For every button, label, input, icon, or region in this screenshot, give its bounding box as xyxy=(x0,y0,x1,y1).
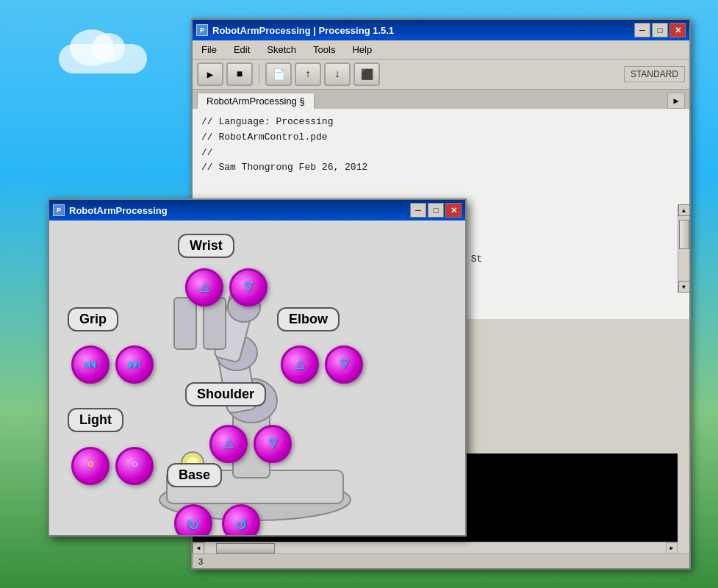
robot-close-button[interactable]: ✕ xyxy=(445,203,462,218)
menu-file[interactable]: File xyxy=(198,43,220,57)
menu-help[interactable]: Help xyxy=(349,43,375,57)
shoulder-up-button[interactable]: △ xyxy=(209,425,248,463)
svg-rect-8 xyxy=(174,298,196,349)
light-off-button[interactable]: ⚬ xyxy=(115,447,154,485)
wrist-up-icon: △ xyxy=(199,279,209,295)
menubar: File Edit Sketch Tools Help xyxy=(193,40,689,60)
grip-left-button[interactable]: ⏮ xyxy=(71,345,110,384)
robot-titlebar-buttons: ─ □ ✕ xyxy=(410,203,462,218)
open-button[interactable]: ↑ xyxy=(295,62,321,86)
status-bar: 3 xyxy=(193,553,689,568)
wrist-label: Wrist xyxy=(178,234,234,258)
robot-titlebar: P RobotArmProcessing ─ □ ✕ xyxy=(49,200,465,220)
base-label: Base xyxy=(167,463,222,487)
light-on-icon: ⚬ xyxy=(85,459,97,473)
toolbar-separator-1 xyxy=(259,64,259,85)
h-scroll-thumb[interactable] xyxy=(216,543,275,553)
toolbar: ▶ ■ 📄 ↑ ↓ ⬛ STANDARD xyxy=(193,60,689,90)
export-button[interactable]: ⬛ xyxy=(353,62,380,86)
robot-title: RobotArmProcessing xyxy=(69,205,168,216)
scroll-track xyxy=(679,216,689,281)
code-line-3: // xyxy=(201,146,681,161)
minimize-button[interactable]: ─ xyxy=(634,23,650,37)
shoulder-up-icon: △ xyxy=(223,436,233,452)
code-line-4: // Sam Thongrong Feb 26, 2012 xyxy=(201,160,681,176)
wrist-up-button[interactable]: △ xyxy=(185,268,223,306)
horizontal-scrollbar[interactable]: ◀ ▶ xyxy=(193,542,678,553)
grip-right-icon: ⏭ xyxy=(128,358,141,371)
tab-bar: RobotArmProcessing § ▶ xyxy=(193,90,689,109)
maximize-button[interactable]: □ xyxy=(652,23,668,37)
run-button[interactable]: ▶ xyxy=(197,62,223,86)
h-scroll-left-arrow[interactable]: ◀ xyxy=(193,542,204,554)
titlebar-buttons: ─ □ ✕ xyxy=(634,23,686,37)
robot-titlebar-left: P RobotArmProcessing xyxy=(53,204,168,216)
processing-icon: P xyxy=(196,24,208,36)
shoulder-label: Shoulder xyxy=(185,382,266,406)
code-line-1: // Language: Processing xyxy=(201,115,681,130)
elbow-label: Elbow xyxy=(277,307,340,331)
base-cw-icon: ↺ xyxy=(235,512,247,535)
save-button[interactable]: ↓ xyxy=(324,62,351,86)
menu-tools[interactable]: Tools xyxy=(310,43,338,57)
robot-maximize-button[interactable]: □ xyxy=(428,203,444,218)
elbow-down-button[interactable]: ▽ xyxy=(325,345,363,384)
h-scroll-right-arrow[interactable]: ▶ xyxy=(666,542,678,554)
code-line-2: // RobotArmControl.pde xyxy=(201,130,681,146)
shoulder-down-icon: ▽ xyxy=(268,436,277,452)
stop-button[interactable]: ■ xyxy=(226,62,253,86)
processing-title: RobotArmProcessing | Processing 1.5.1 xyxy=(212,25,394,36)
elbow-up-icon: △ xyxy=(295,356,304,373)
close-button[interactable]: ✕ xyxy=(669,23,686,37)
robot-minimize-button[interactable]: ─ xyxy=(410,203,426,218)
new-button[interactable]: 📄 xyxy=(265,62,292,86)
light-off-icon: ⚬ xyxy=(129,459,141,473)
grip-left-icon: ⏮ xyxy=(84,358,97,371)
line-number: 3 xyxy=(198,557,203,566)
base-ccw-icon: ↺ xyxy=(187,512,199,535)
standard-label: STANDARD xyxy=(624,66,685,82)
light-on-button[interactable]: ⚬ xyxy=(71,447,110,485)
grip-right-button[interactable]: ⏭ xyxy=(115,345,154,384)
menu-sketch[interactable]: Sketch xyxy=(264,43,299,57)
processing-titlebar: P RobotArmProcessing | Processing 1.5.1 … xyxy=(193,20,689,40)
elbow-down-icon: ▽ xyxy=(339,356,348,373)
vertical-scrollbar[interactable]: ▲ ▼ xyxy=(678,204,689,293)
wrist-down-icon: ▽ xyxy=(243,279,253,295)
menu-edit[interactable]: Edit xyxy=(231,43,253,57)
scroll-up-arrow[interactable]: ▲ xyxy=(678,204,690,216)
robot-icon: P xyxy=(53,204,65,216)
shoulder-down-button[interactable]: ▽ xyxy=(254,425,292,463)
scroll-down-arrow[interactable]: ▼ xyxy=(678,281,690,293)
tab-arrow[interactable]: ▶ xyxy=(667,93,685,109)
scroll-thumb[interactable] xyxy=(679,220,689,249)
cloud-decoration xyxy=(59,44,147,74)
elbow-up-button[interactable]: △ xyxy=(281,345,319,384)
wrist-down-button[interactable]: ▽ xyxy=(229,268,268,306)
code-line-5 xyxy=(201,176,681,191)
light-label: Light xyxy=(68,408,123,432)
robot-arm-window: P RobotArmProcessing ─ □ ✕ xyxy=(48,198,467,537)
titlebar-left: P RobotArmProcessing | Processing 1.5.1 xyxy=(196,24,394,36)
robot-canvas: Wrist Grip Elbow Shoulder Light Base △ ▽… xyxy=(49,220,465,535)
active-tab[interactable]: RobotArmProcessing § xyxy=(197,93,315,109)
grip-label: Grip xyxy=(68,307,118,331)
